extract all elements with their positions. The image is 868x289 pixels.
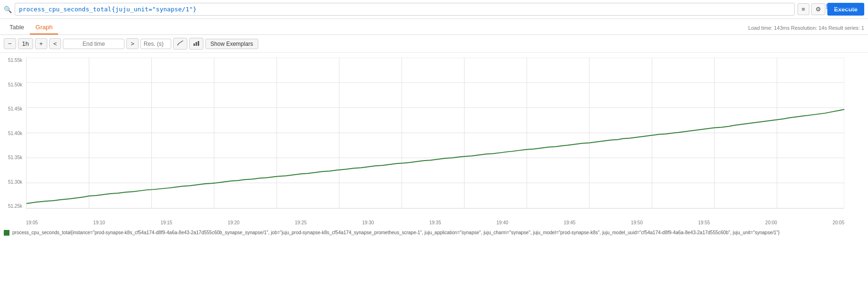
svg-rect-2 [198,41,199,46]
line-chart-button[interactable] [173,38,187,50]
remove-panel-link[interactable]: Remove Panel [826,3,863,9]
x-label-0: 19:05 [26,220,38,225]
chart-svg [26,58,844,209]
prev-button[interactable]: < [49,38,61,49]
y-label-1: 51.50k [8,82,22,87]
plus-button[interactable]: + [35,38,47,49]
y-label-0: 51.55k [8,58,22,63]
line-chart-icon [177,40,184,46]
query-input[interactable] [15,3,795,16]
chart-area: 51.55k 51.50k 51.45k 51.40k 51.35k 51.30… [0,53,868,228]
x-label-8: 19:45 [564,220,576,225]
stacked-chart-button[interactable] [189,38,203,50]
x-label-2: 19:15 [160,220,172,225]
controls-bar: − 1h + < > Show Exemplars [0,35,868,53]
legend-text: process_cpu_seconds_total{instance="prod… [12,230,780,236]
format-button[interactable]: ≡ [798,3,810,15]
y-axis-labels: 51.55k 51.50k 51.45k 51.40k 51.35k 51.30… [0,58,25,209]
x-label-6: 19:35 [429,220,441,225]
load-info: Load time: 143ms Resolution: 14s Result … [748,25,864,31]
x-label-7: 19:40 [497,220,509,225]
chart-legend: process_cpu_seconds_total{instance="prod… [0,228,868,240]
tab-table[interactable]: Table [4,21,30,34]
y-label-6: 51.25k [8,204,22,209]
y-label-2: 51.45k [8,106,22,111]
x-label-4: 19:25 [295,220,307,225]
x-label-11: 20:00 [765,220,777,225]
svg-rect-1 [195,42,197,46]
x-label-3: 19:20 [228,220,239,225]
tab-graph[interactable]: Graph [30,21,58,34]
x-label-10: 19:55 [698,220,710,225]
search-icon: 🔍 [4,6,12,13]
next-button[interactable]: > [126,38,139,49]
y-label-4: 51.35k [8,155,22,160]
tabs-bar: Table Graph Load time: 143ms Resolution:… [0,19,868,35]
data-line [26,110,844,204]
x-label-9: 19:50 [631,220,643,225]
x-axis-labels: 19:05 19:10 19:15 19:20 19:25 19:30 19:3… [26,220,844,225]
x-label-1: 19:10 [93,220,105,225]
resolution-input[interactable] [140,39,171,49]
show-exemplars-button[interactable]: Show Exemplars [205,39,258,49]
duration-button[interactable]: 1h [18,38,33,49]
stacked-chart-icon [193,40,200,46]
settings-button[interactable]: ⚙ [811,3,825,15]
y-label-3: 51.40k [8,131,22,136]
y-label-5: 51.30k [8,179,22,185]
query-bar: 🔍 ≡ ⚙ Execute [0,0,868,19]
minus-button[interactable]: − [4,38,16,49]
x-label-12: 20:05 [833,220,844,225]
x-label-5: 19:30 [362,220,374,225]
svg-rect-0 [193,43,195,46]
legend-color-swatch [4,230,9,236]
end-time-input[interactable] [63,39,124,49]
